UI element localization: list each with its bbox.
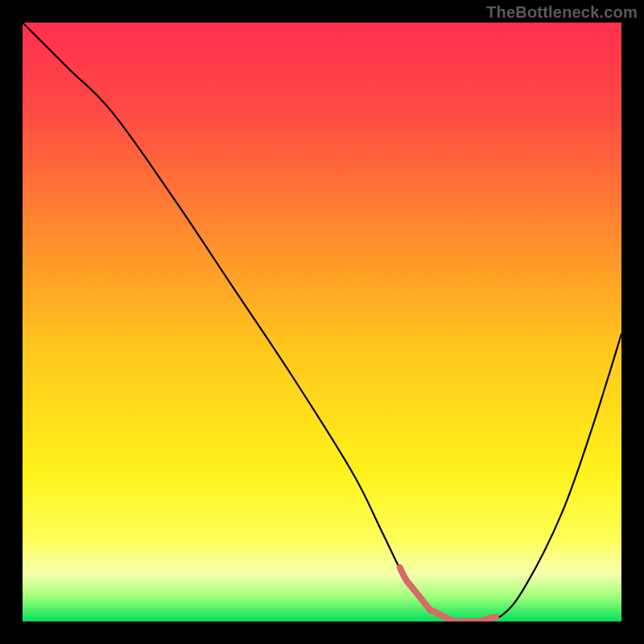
chart-frame: TheBottleneck.com bbox=[0, 0, 644, 644]
watermark-text: TheBottleneck.com bbox=[486, 3, 638, 22]
chart-curve bbox=[23, 23, 621, 621]
plot-area bbox=[23, 23, 621, 621]
curve-path bbox=[23, 23, 621, 621]
curve-highlight bbox=[400, 568, 496, 621]
